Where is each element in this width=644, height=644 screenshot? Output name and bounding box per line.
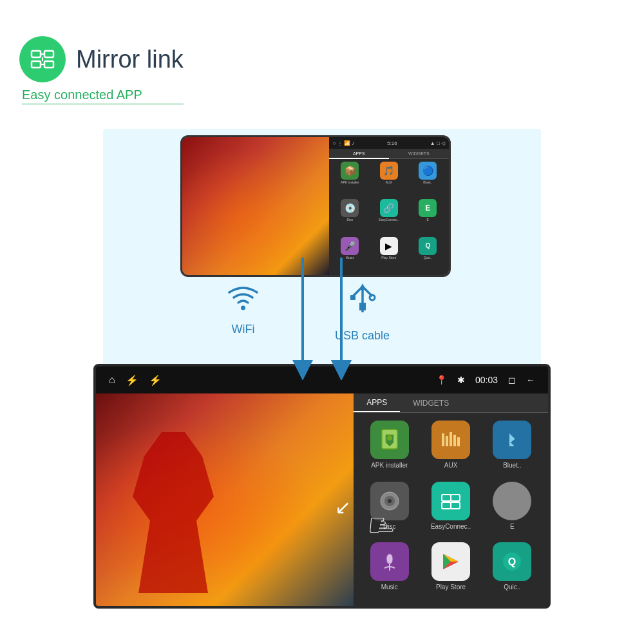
car-apk-icon	[370, 421, 409, 459]
svg-rect-28	[442, 495, 451, 501]
car-status-right: 📍 ✱ 00:03 ◻ ←	[436, 375, 535, 385]
connection-arrows	[245, 251, 399, 380]
car-app-apk: APK installer	[361, 421, 417, 477]
car-video-area	[96, 393, 354, 606]
phone-tabs: APPS WIDGETS	[329, 149, 449, 159]
svg-text:Q: Q	[508, 556, 516, 567]
phone-app-blue: 🔵 Bluet..	[410, 162, 446, 197]
car-blue-icon	[493, 421, 531, 459]
phone-apk-icon: 📦	[341, 162, 359, 180]
svg-rect-30	[442, 502, 451, 509]
phone-status-bar: ○ ⋮ 📶 ♪ 5:16 ▲ □ ◁	[329, 137, 449, 149]
phone-app-apk: 📦 APK installer	[332, 162, 368, 197]
svg-point-27	[388, 499, 392, 503]
phone-app-aux: 🎵 AUX	[370, 162, 407, 197]
car-tab-widgets[interactable]: WIDGETS	[400, 393, 462, 412]
car-app-easy: EasyConnec..	[422, 482, 478, 538]
phone-quick-icon: Q	[419, 237, 437, 255]
svg-rect-31	[451, 502, 460, 509]
easy-connected-label: Easy connected APP	[22, 88, 184, 104]
mirror-link-icon	[19, 36, 66, 82]
car-tabs: APPS WIDGETS	[354, 393, 548, 413]
svg-rect-20	[446, 436, 448, 446]
phone-e-label: E	[427, 218, 429, 222]
svg-rect-2	[32, 61, 41, 68]
phone-app-quick: Q Quic..	[410, 237, 446, 272]
svg-rect-23	[457, 437, 460, 446]
phone-tab-apps[interactable]: APPS	[329, 149, 389, 159]
hero-silhouette	[115, 432, 231, 593]
hand-cursor-icon: ☞	[367, 507, 396, 544]
phone-blue-icon: 🔵	[419, 162, 437, 180]
phone-aux-icon: 🎵	[380, 162, 398, 180]
phone-disc-label: Disc	[347, 218, 354, 222]
phone-easy-label: EasyConnec..	[379, 218, 399, 222]
phone-aux-label: AUX	[386, 180, 392, 184]
car-quick-icon: Q	[493, 542, 531, 581]
phone-apk-label: APK installer	[341, 180, 359, 184]
car-apps-area: APPS WIDGETS APK installer	[354, 393, 548, 606]
car-pin-icon: 📍	[436, 375, 447, 385]
svg-point-32	[386, 554, 393, 564]
car-blue-label: Bluet..	[503, 462, 521, 469]
car-app-playstore: Play Store	[422, 542, 478, 598]
watermark: ms.carmitek.com	[0, 611, 644, 638]
svg-rect-19	[442, 433, 444, 446]
svg-rect-1	[44, 51, 53, 57]
svg-rect-29	[451, 495, 460, 501]
car-easy-label: EasyConnec..	[431, 523, 471, 530]
car-head-unit: ⌂ ⚡ ⚡ 📍 ✱ 00:03 ◻ ← APPS WIDGETS	[93, 364, 551, 609]
car-back-icon: ←	[526, 375, 535, 385]
phone-app-disc: 💿 Disc	[332, 199, 368, 234]
car-usb-icon2: ⚡	[149, 374, 162, 386]
car-aux-label: AUX	[444, 462, 458, 469]
svg-rect-21	[450, 432, 452, 446]
car-easy-icon	[431, 482, 470, 520]
car-aux-icon	[431, 421, 470, 459]
car-e-label: E	[510, 523, 515, 530]
car-home-icon: ⌂	[109, 374, 115, 386]
svg-rect-22	[453, 435, 456, 446]
car-apk-label: APK installer	[371, 462, 408, 469]
phone-e-icon: E	[419, 199, 437, 217]
car-usb-icon1: ⚡	[126, 374, 138, 386]
car-app-music: Music	[361, 542, 417, 598]
phone-easy-icon: 🔗	[380, 199, 398, 217]
car-e-icon	[493, 482, 531, 520]
car-tab-apps[interactable]: APPS	[354, 393, 400, 412]
phone-battery-icons: ▲ □ ◁	[430, 140, 445, 146]
phone-tab-widgets[interactable]: WIDGETS	[389, 149, 449, 159]
car-content: APPS WIDGETS APK installer	[96, 393, 548, 606]
car-music-label: Music	[381, 583, 398, 591]
car-playstore-icon	[431, 542, 470, 581]
car-app-aux: AUX	[422, 421, 478, 477]
phone-app-easy: 🔗 EasyConnec..	[370, 199, 407, 234]
svg-rect-3	[44, 61, 53, 68]
car-window-icon: ◻	[508, 375, 516, 385]
car-status-left: ⌂ ⚡ ⚡	[109, 374, 162, 386]
car-app-e: E	[484, 482, 540, 538]
phone-quick-label: Quic..	[424, 256, 432, 260]
car-app-blue: Bluet..	[484, 421, 540, 477]
car-playstore-label: Play Store	[436, 583, 466, 591]
phone-disc-icon: 💿	[341, 199, 359, 217]
curved-arrow: ↙	[335, 496, 351, 518]
mirror-link-title: Mirror link	[76, 46, 184, 73]
header-section: Mirror link Easy connected APP	[19, 36, 184, 104]
svg-rect-0	[32, 51, 41, 57]
car-app-quick: Q Quic..	[484, 542, 540, 598]
header-top: Mirror link	[19, 36, 184, 82]
phone-status-icons: ○ ⋮ 📶 ♪	[333, 140, 355, 146]
car-bt-icon: ✱	[457, 375, 465, 385]
phone-blue-label: Bluet..	[423, 180, 432, 184]
phone-time: 5:16	[387, 140, 397, 146]
car-quick-label: Quic..	[504, 583, 520, 591]
svg-point-18	[387, 435, 392, 440]
car-music-icon	[370, 542, 409, 581]
phone-app-e: E E	[410, 199, 446, 234]
car-time: 00:03	[475, 375, 498, 385]
